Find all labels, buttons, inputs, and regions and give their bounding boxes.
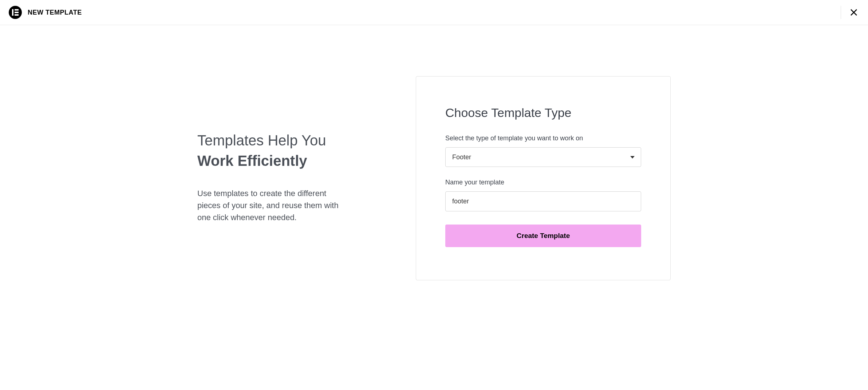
close-icon <box>850 8 858 16</box>
close-button[interactable] <box>848 7 859 18</box>
intro-column: Templates Help You Work Efficiently Use … <box>197 76 350 280</box>
elementor-icon <box>12 9 19 16</box>
heading-light: Templates Help You <box>197 131 350 150</box>
form-title: Choose Template Type <box>445 106 641 120</box>
svg-rect-2 <box>15 12 19 13</box>
intro-description: Use templates to create the different pi… <box>197 187 350 223</box>
svg-rect-3 <box>15 14 19 16</box>
template-name-label: Name your template <box>445 179 641 186</box>
heading-bold: Work Efficiently <box>197 153 350 169</box>
modal-title: NEW TEMPLATE <box>28 9 82 16</box>
template-type-label: Select the type of template you want to … <box>445 134 641 142</box>
modal-header: NEW TEMPLATE <box>0 0 868 25</box>
divider <box>841 6 841 19</box>
elementor-logo <box>9 6 22 19</box>
template-name-input[interactable] <box>445 191 641 211</box>
template-form-card: Choose Template Type Select the type of … <box>416 76 671 280</box>
header-left: NEW TEMPLATE <box>9 6 82 19</box>
content-area: Templates Help You Work Efficiently Use … <box>148 25 720 302</box>
header-right <box>841 6 859 19</box>
create-template-button[interactable]: Create Template <box>445 225 641 247</box>
svg-rect-1 <box>15 9 19 11</box>
template-type-select-wrapper: Footer <box>445 147 641 167</box>
svg-rect-0 <box>12 9 13 16</box>
template-type-select[interactable]: Footer <box>445 147 641 167</box>
